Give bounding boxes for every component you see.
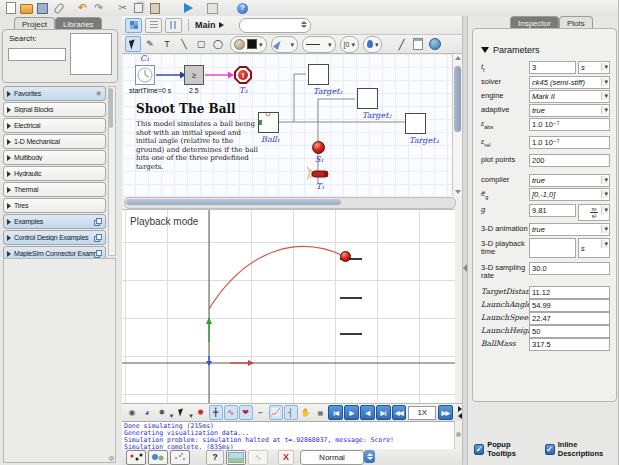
- attach-document-button[interactable]: [410, 36, 426, 52]
- adaptive-select[interactable]: true: [529, 104, 610, 117]
- launch-height-input[interactable]: 50: [529, 325, 610, 338]
- 3d-animation-select[interactable]: true: [529, 223, 610, 236]
- cursor-line-toggle-icon[interactable]: ┤: [284, 405, 298, 420]
- 3d-playback-time-input[interactable]: [529, 238, 576, 258]
- g-unit-select[interactable]: ms²: [578, 204, 610, 221]
- clock-block[interactable]: [135, 65, 155, 85]
- sidebar-item-1d-mechanical[interactable]: 1-D Mechanical: [3, 134, 106, 149]
- plot-points-input[interactable]: 200: [529, 154, 610, 167]
- open-palette-icon[interactable]: [94, 218, 102, 225]
- 3d-playback-time-unit-select[interactable]: s: [578, 238, 610, 258]
- copy-icon[interactable]: [132, 2, 145, 14]
- message-console[interactable]: Done simulating (215ms) Generating visua…: [122, 421, 462, 449]
- sidebar-item-tires[interactable]: Tires: [3, 198, 106, 213]
- show-3d-toggle[interactable]: [148, 450, 168, 465]
- dropdown-caret-icon[interactable]: [170, 404, 174, 422]
- dropdown-caret-icon[interactable]: [189, 404, 193, 422]
- show-messages-toggle[interactable]: [126, 450, 146, 465]
- expand-arrow-icon[interactable]: [7, 123, 11, 129]
- animation-settings-icon[interactable]: ◕: [140, 405, 154, 420]
- fill-style-picker[interactable]: [230, 36, 267, 53]
- compiler-select[interactable]: true: [529, 174, 610, 187]
- pen-style-picker[interactable]: [271, 36, 299, 53]
- sidebar-item-control-design-examples[interactable]: Control Design Examples: [3, 230, 106, 245]
- target1-block[interactable]: [308, 64, 329, 85]
- checkbox-checked-icon[interactable]: [474, 444, 484, 455]
- expand-arrow-icon[interactable]: [7, 139, 11, 145]
- expand-arrow-icon[interactable]: [7, 107, 11, 113]
- line-style-picker[interactable]: [302, 36, 336, 53]
- expand-arrow-icon[interactable]: [7, 203, 11, 209]
- cannon-block[interactable]: [304, 166, 334, 182]
- eps-rel-input[interactable]: 1.0 10⁻⁷: [529, 136, 610, 149]
- port-label-picker[interactable]: [0: [340, 36, 359, 53]
- sidebar-item-multibody[interactable]: Multibody: [3, 150, 106, 165]
- g-input[interactable]: 9.81: [529, 204, 576, 217]
- probe-values-toggle-icon[interactable]: ❤: [239, 405, 253, 420]
- launch-angle-input[interactable]: 54.99: [529, 299, 610, 312]
- text-tool-button[interactable]: T: [159, 36, 175, 52]
- expand-arrow-icon[interactable]: [7, 171, 11, 177]
- open-palette-icon[interactable]: [94, 234, 102, 241]
- list-view-button[interactable]: [145, 18, 162, 33]
- clear-console-button[interactable]: X: [278, 450, 294, 465]
- line-tool-button[interactable]: ╲: [176, 36, 192, 52]
- run-simulation-icon[interactable]: [182, 2, 195, 14]
- browse-web-button[interactable]: [427, 36, 443, 52]
- breadcrumb[interactable]: Main: [195, 20, 216, 30]
- open-palette-icon[interactable]: [94, 250, 102, 257]
- open-file-icon[interactable]: [20, 2, 33, 14]
- canvas-horizontal-scrollbar[interactable]: [124, 197, 456, 209]
- pointer-mode-icon[interactable]: [174, 405, 188, 420]
- probe-manager-icon[interactable]: ◉: [125, 405, 139, 420]
- scene-view-button[interactable]: [226, 450, 246, 465]
- cut-icon[interactable]: ✂: [116, 2, 129, 14]
- diagram-view-button[interactable]: [125, 18, 142, 33]
- ellipse-tool-button[interactable]: ◯: [210, 36, 226, 52]
- expand-arrow-icon[interactable]: [7, 155, 11, 161]
- 3d-sampling-rate-input[interactable]: 30.0: [529, 262, 610, 275]
- search-input[interactable]: [8, 48, 66, 61]
- playback-speed-select[interactable]: 1X: [408, 406, 436, 420]
- undo-icon[interactable]: ↶: [76, 2, 89, 14]
- signal-view-button[interactable]: ∿: [248, 450, 268, 465]
- step-back-button[interactable]: ◀: [360, 405, 375, 420]
- select-tool-button[interactable]: [125, 36, 141, 52]
- ball-mass-input[interactable]: 317.5: [529, 338, 610, 351]
- trace-point-icon[interactable]: ✺: [194, 405, 208, 420]
- inline-descriptions-checkbox[interactable]: Inline Descriptions: [545, 440, 619, 458]
- gravity-vector-select[interactable]: [0,-1,0]: [529, 188, 610, 201]
- rectangle-tool-button[interactable]: ▢: [193, 36, 209, 52]
- sidebar-item-hydraulic[interactable]: Hydraulic: [3, 166, 106, 181]
- scroll-down-icon[interactable]: [455, 190, 461, 194]
- signal-plot-toggle-icon[interactable]: 📈: [269, 405, 283, 420]
- help-console-button[interactable]: ?: [206, 450, 224, 465]
- expand-arrow-icon[interactable]: [7, 251, 11, 257]
- library-scrollbar[interactable]: [108, 86, 116, 256]
- model-canvas[interactable]: C₁ startTime=0 s ≥ 2.5 ! T₃ Ball₁ Target…: [122, 54, 452, 196]
- skip-to-end-button[interactable]: ▶|: [376, 405, 391, 420]
- subsystem-dropdown[interactable]: [239, 18, 311, 33]
- redo-icon[interactable]: ↷: [92, 2, 105, 14]
- ball-subsystem-block[interactable]: [258, 112, 279, 133]
- playback-plot-area[interactable]: Playback mode: [122, 209, 455, 404]
- sidebar-item-favorites[interactable]: Favorites★: [3, 86, 106, 101]
- scroll-up-icon[interactable]: [455, 56, 461, 60]
- eps-abs-input[interactable]: 1.0 10⁻⁷: [529, 118, 610, 131]
- resize-grip[interactable]: [109, 456, 114, 461]
- launch-speed-input[interactable]: 22.47: [529, 312, 610, 325]
- hierarchy-view-button[interactable]: [165, 18, 182, 33]
- grid-toggle-icon[interactable]: ╋: [209, 405, 223, 420]
- show-progress-toggle[interactable]: [170, 450, 190, 465]
- select-stepper-icon[interactable]: [364, 450, 375, 463]
- relational-operator-block[interactable]: ≥: [184, 65, 204, 85]
- fast-forward-button[interactable]: ▶▶: [438, 405, 453, 420]
- tf-input[interactable]: 3: [529, 61, 576, 74]
- fill-color-picker[interactable]: [363, 36, 383, 53]
- sidebar-item-signal-blocks[interactable]: Signal Blocks: [3, 102, 106, 117]
- help-icon[interactable]: ?: [236, 2, 249, 14]
- probe-line-button[interactable]: ╱: [393, 36, 409, 52]
- canvas-vertical-scrollbar[interactable]: [452, 54, 462, 196]
- snapshot-icon[interactable]: ▦: [313, 405, 327, 420]
- paste-icon[interactable]: [148, 2, 161, 14]
